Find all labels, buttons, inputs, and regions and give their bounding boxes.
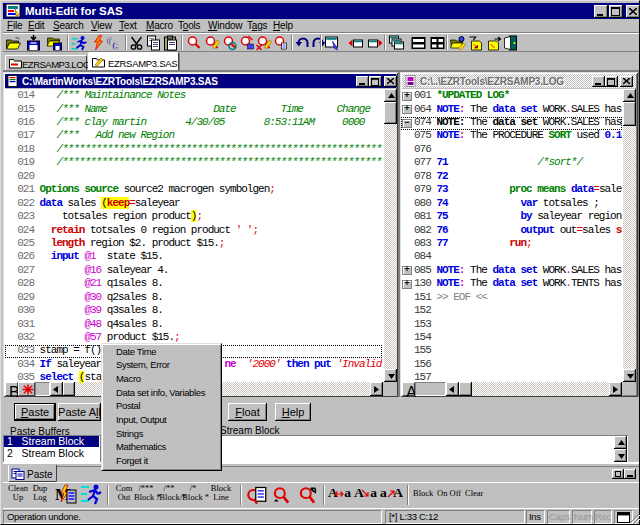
svg-text:(;: (; xyxy=(113,40,119,50)
